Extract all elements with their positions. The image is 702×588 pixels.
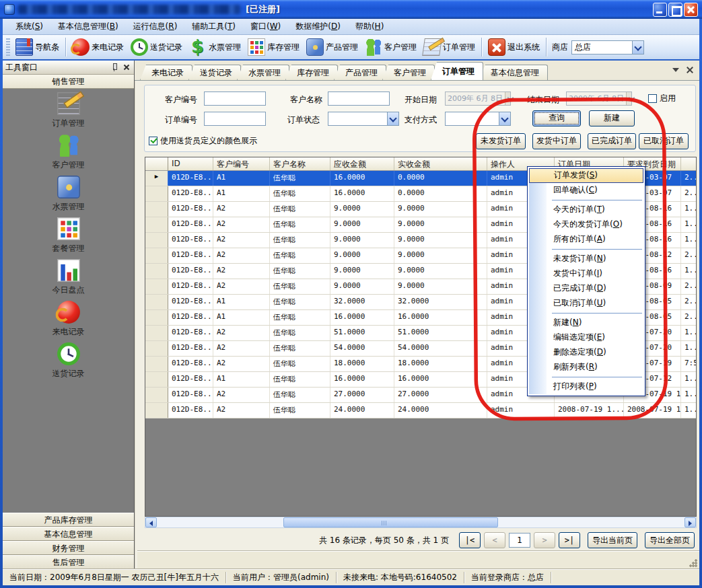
sidebar-group-button[interactable]: 售后管理 (3, 555, 134, 569)
start-date-picker[interactable]: 2009年 6月 8日 (445, 91, 511, 106)
context-menu-item[interactable]: 所有的订单(A) (529, 232, 643, 247)
scroll-left-icon[interactable] (145, 517, 157, 527)
sidebar-item-delivery-record[interactable]: 送货记录 (3, 339, 134, 381)
export-all-pages-button[interactable]: 导出全部页 (645, 532, 695, 548)
column-header-received[interactable]: 实收金额 (394, 157, 487, 170)
tab-list-chevron-down-icon[interactable] (672, 68, 679, 72)
filter-completed-button[interactable]: 已完成订单 (588, 133, 636, 149)
context-menu-item[interactable]: 已取消订单(U) (529, 296, 643, 311)
customer-name-input[interactable] (328, 91, 390, 106)
context-menu-item[interactable]: 发货中订单(I) (529, 266, 643, 281)
sidebar-group-button[interactable]: 财务管理 (3, 541, 134, 555)
pay-method-select[interactable] (445, 112, 511, 126)
menu-item[interactable]: 窗口(W) (243, 19, 288, 34)
column-header-receivable[interactable]: 应收金额 (330, 157, 394, 170)
toolbar-call-record-button[interactable]: 来电记录 (69, 37, 127, 57)
close-icon[interactable] (122, 63, 131, 72)
tab[interactable]: 基本信息管理 (479, 65, 548, 80)
filter-shipping-button[interactable]: 发货中订单 (532, 133, 581, 149)
prev-page-button[interactable]: < (484, 532, 505, 548)
tab-close-icon[interactable] (686, 66, 694, 74)
toolbar-water-ticket-button[interactable]: 水票管理 (186, 37, 244, 57)
row-selector-cell (145, 264, 168, 279)
sidebar-item-customer-mgmt[interactable]: 客户管理 (3, 131, 134, 172)
pin-icon[interactable] (110, 63, 119, 72)
chevron-down-icon[interactable] (387, 112, 398, 125)
tab[interactable]: 库存管理 (285, 65, 338, 80)
chevron-down-icon[interactable] (632, 41, 643, 54)
filter-unshipped-button[interactable]: 未发货订单 (476, 133, 526, 149)
shop-select[interactable]: 总店 (571, 40, 644, 54)
chevron-down-icon[interactable] (499, 112, 510, 125)
end-date-picker[interactable]: 2009年 6月 8日 (566, 91, 632, 106)
query-button[interactable]: 查询 (532, 110, 581, 126)
customer-code-input[interactable] (204, 91, 266, 106)
horizontal-scrollbar[interactable] (145, 517, 697, 528)
sidebar-group-button[interactable]: 基本信息管理 (3, 527, 134, 541)
first-page-button[interactable]: |< (459, 532, 481, 548)
toolbar-customer-button[interactable]: 客户管理 (361, 37, 420, 57)
context-menu-item[interactable]: 打印列表(P) (529, 379, 643, 394)
menu-item[interactable]: 系统(S) (8, 19, 50, 34)
menu-item[interactable]: 数据维护(D) (288, 19, 348, 34)
menu-item[interactable]: 辅助工具(T) (184, 19, 243, 34)
filter-cancelled-button[interactable]: 已取消订单 (639, 133, 689, 149)
product-box-icon (57, 176, 80, 198)
sidebar-item-call-record[interactable]: 来电记录 (3, 297, 134, 339)
context-menu-item[interactable]: 回单确认(C) (529, 183, 643, 198)
context-menu-item[interactable]: 编辑选定项(E) (529, 330, 643, 345)
column-header-customer-name[interactable]: 客户名称 (270, 157, 330, 170)
tab[interactable]: 水票管理 (237, 65, 289, 80)
context-menu-item[interactable]: 未发货订单(N) (529, 252, 643, 266)
toolbar-exit-button[interactable]: 退出系统 (485, 37, 543, 57)
tab[interactable]: 订单管理 (431, 62, 483, 80)
sidebar-group-button[interactable]: 产品库存管理 (3, 513, 134, 527)
close-button[interactable] (684, 3, 698, 17)
enable-checkbox[interactable]: 启用 (648, 93, 676, 104)
row-selector-cell (145, 357, 168, 371)
sidebar-item-water-ticket[interactable]: 水票管理 (3, 172, 134, 214)
new-button[interactable]: 新建 (589, 110, 635, 126)
toolbar-product-button[interactable]: 产品管理 (303, 37, 361, 57)
sidebar-item-package-mgmt[interactable]: 套餐管理 (3, 214, 134, 256)
page-number-input[interactable]: 1 (509, 533, 530, 548)
tab[interactable]: 送货记录 (188, 65, 241, 80)
column-header-extra[interactable] (681, 157, 696, 170)
context-menu-item[interactable]: 已完成订单(D) (529, 281, 643, 296)
context-menu-item[interactable]: 今天的订单(T) (529, 203, 643, 217)
column-header-selector[interactable] (145, 157, 168, 170)
column-header-id[interactable]: ID (168, 157, 213, 170)
delivery-color-checkbox[interactable]: 使用送货员定义的颜色展示 (149, 135, 257, 147)
toolbar-delivery-record-button[interactable]: 送货记录 (127, 37, 186, 57)
tab[interactable]: 产品管理 (334, 65, 386, 80)
column-header-customer-code[interactable]: 客户编号 (213, 157, 270, 170)
order-status-select[interactable] (328, 112, 399, 126)
context-menu-item[interactable]: 新建(N) (529, 316, 643, 330)
sidebar-item-today-check[interactable]: 今日盘点 (3, 256, 134, 297)
table-row[interactable]: 012D-E8... A2 伍华聪 24.0000 24.0000 admin … (145, 403, 696, 418)
toolbar-inventory-button[interactable]: 库存管理 (244, 37, 303, 57)
context-menu-item[interactable]: 订单发货(S) (529, 168, 643, 183)
next-page-button[interactable]: > (534, 532, 555, 548)
menu-item[interactable]: 基本信息管理(B) (50, 19, 126, 34)
maximize-button[interactable] (668, 3, 682, 17)
context-menu-item[interactable]: 刷新列表(R) (529, 360, 643, 375)
toolbar-grip[interactable] (6, 38, 10, 56)
scroll-right-icon[interactable] (685, 517, 696, 527)
resize-grip[interactable] (689, 559, 697, 567)
order-code-input[interactable] (204, 112, 266, 126)
menu-item[interactable]: 运行信息(R) (126, 19, 185, 34)
context-menu-item[interactable]: 今天的发货订单(O) (529, 217, 643, 232)
toolbar-navbar-button[interactable]: 导航条 (12, 37, 63, 57)
last-page-button[interactable]: >| (559, 532, 580, 548)
tab[interactable]: 客户管理 (382, 65, 435, 80)
export-current-page-button[interactable]: 导出当前页 (588, 532, 637, 548)
sidebar-section-sales[interactable]: 销售管理 (3, 75, 134, 89)
minimize-button[interactable] (653, 3, 667, 17)
toolbar-order-button[interactable]: 订单管理 (420, 37, 479, 57)
context-menu-item[interactable]: 删除选定项(D) (529, 345, 643, 360)
tab[interactable]: 来电记录 (140, 65, 192, 80)
menu-item[interactable]: 帮助(H) (348, 19, 391, 34)
sidebar-item-order-mgmt[interactable]: 订单管理 (3, 89, 134, 131)
scrollbar-thumb[interactable] (283, 517, 498, 527)
